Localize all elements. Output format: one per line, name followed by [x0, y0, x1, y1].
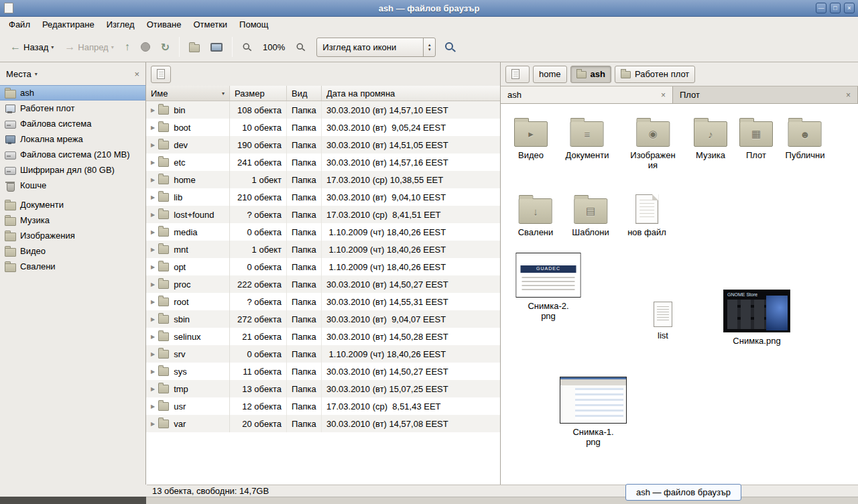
file-icon[interactable]: ▤: [574, 198, 607, 224]
file-icon[interactable]: GNOME Store: [723, 290, 790, 332]
expander-icon[interactable]: ▶: [151, 316, 155, 322]
table-row[interactable]: ▶ etc 241 обекта Папка 30.03.2010 (вт) 1…: [146, 153, 500, 171]
titlebar[interactable]: ash — файлов браузър — □ ×: [0, 0, 858, 17]
sidebar-item[interactable]: ash: [0, 85, 145, 101]
file-icon[interactable]: [654, 302, 672, 327]
menu-item[interactable]: Редактиране: [36, 17, 101, 32]
minimize-button[interactable]: —: [816, 3, 826, 13]
expander-icon[interactable]: ▶: [151, 107, 155, 113]
expander-icon[interactable]: ▶: [151, 421, 155, 427]
expander-icon[interactable]: ▶: [151, 142, 155, 148]
expander-icon[interactable]: ▶: [151, 194, 155, 200]
expander-icon[interactable]: ▶: [151, 264, 155, 270]
taskbar-window-button[interactable]: ash — файлов браузър: [625, 484, 741, 501]
table-row[interactable]: ▶ selinux 21 обекта Папка 30.03.2010 (вт…: [146, 328, 500, 345]
chevron-down-icon[interactable]: ▾: [51, 44, 54, 50]
table-row[interactable]: ▶ usr 12 обекта Папка 17.03.2010 (ср) 8,…: [146, 397, 500, 415]
file-item[interactable]: ≡ Документи: [566, 117, 609, 160]
sidebar-title[interactable]: Места: [6, 69, 32, 79]
file-item[interactable]: ↓ Свалени: [518, 194, 554, 237]
zoom-in-button[interactable]: [290, 36, 311, 58]
file-icon[interactable]: ↓: [519, 198, 552, 224]
maximize-button[interactable]: □: [830, 3, 841, 13]
table-row[interactable]: ▶ sys 11 обекта Папка 30.03.2010 (вт) 14…: [146, 363, 500, 380]
table-row[interactable]: ▶ media 0 обекта Папка 1.10.2009 (чт) 18…: [146, 223, 500, 241]
expander-icon[interactable]: ▶: [151, 125, 155, 131]
expander-icon[interactable]: ▶: [151, 369, 155, 375]
file-item[interactable]: GUADEC Снимка-2. png: [516, 253, 581, 321]
expander-icon[interactable]: ▶: [151, 386, 155, 392]
sidebar-item[interactable]: Свалени: [0, 259, 145, 274]
expander-icon[interactable]: ▶: [151, 177, 155, 183]
column-header-size[interactable]: Размер: [230, 86, 287, 101]
file-item[interactable]: ▦ Плот: [739, 117, 773, 160]
file-icon[interactable]: ▦: [739, 121, 773, 147]
file-item[interactable]: нов файл: [627, 194, 666, 237]
expander-icon[interactable]: ▶: [151, 281, 155, 288]
expander-icon[interactable]: ▶: [151, 351, 155, 357]
tab[interactable]: Плот ×: [673, 86, 858, 103]
file-icon[interactable]: ▸: [514, 121, 548, 147]
sidebar-item[interactable]: Файлова система: [0, 116, 145, 131]
sidebar-item[interactable]: Музика: [0, 212, 145, 228]
expander-icon[interactable]: ▶: [151, 160, 155, 166]
file-item[interactable]: ▤ Шаблони: [572, 194, 609, 237]
sidebar-item[interactable]: Работен плот: [0, 101, 145, 116]
file-icon[interactable]: ☻: [788, 121, 822, 147]
forward-button[interactable]: → Напред ▾: [59, 36, 119, 58]
table-row[interactable]: ▶ home 1 обект Папка 17.03.2010 (ср) 10,…: [146, 171, 500, 188]
pathbar-button[interactable]: Работен плот: [615, 66, 695, 83]
file-item[interactable]: list: [654, 302, 672, 340]
spinner-arrows-icon[interactable]: [423, 38, 435, 56]
pathbar-button[interactable]: home: [533, 66, 567, 83]
file-icon[interactable]: GUADEC: [516, 253, 581, 298]
file-icon[interactable]: ◉: [636, 121, 670, 147]
pathbar-button[interactable]: ash: [570, 66, 611, 83]
column-header-date[interactable]: Дата на промяна: [322, 86, 500, 101]
file-item[interactable]: ▸ Видео: [514, 117, 548, 160]
file-item[interactable]: ◉ Изображен ия: [630, 117, 675, 170]
table-row[interactable]: ▶ dev 190 обекта Папка 30.03.2010 (вт) 1…: [146, 136, 500, 153]
table-row[interactable]: ▶ opt 0 обекта Папка 1.10.2009 (чт) 18,4…: [146, 258, 500, 275]
computer-button[interactable]: [205, 36, 228, 58]
menu-item[interactable]: Отметки: [187, 17, 233, 32]
table-row[interactable]: ▶ sbin 272 обекта Папка 30.03.2010 (вт) …: [146, 310, 500, 328]
table-row[interactable]: ▶ bin 108 обекта Папка 30.03.2010 (вт) 1…: [146, 101, 500, 119]
file-item[interactable]: GNOME Store Снимка.png: [723, 290, 790, 346]
sidebar-item[interactable]: Кошче: [0, 178, 145, 193]
table-row[interactable]: ▶ tmp 13 обекта Папка 30.03.2010 (вт) 15…: [146, 380, 500, 397]
stop-button[interactable]: [135, 36, 156, 58]
zoom-out-button[interactable]: [237, 36, 257, 58]
pathbar-button[interactable]: [505, 66, 530, 83]
file-item[interactable]: Снимка-1. png: [560, 377, 627, 447]
menu-item[interactable]: Отиване: [141, 17, 188, 32]
file-icon[interactable]: ≡: [570, 121, 604, 147]
sidebar-item[interactable]: Изображения: [0, 228, 145, 243]
menu-item[interactable]: Изглед: [101, 17, 141, 32]
file-icon[interactable]: ♪: [694, 121, 727, 147]
home-button[interactable]: [184, 36, 205, 58]
menu-item[interactable]: Файл: [3, 17, 36, 32]
back-button[interactable]: ← Назад ▾: [5, 36, 59, 58]
tab-close-icon[interactable]: ×: [846, 90, 851, 100]
expander-icon[interactable]: ▶: [151, 247, 155, 253]
table-row[interactable]: ▶ var 20 обекта Папка 30.03.2010 (вт) 14…: [146, 415, 500, 432]
expander-icon[interactable]: ▶: [151, 334, 155, 340]
table-row[interactable]: ▶ srv 0 обекта Папка 1.10.2009 (чт) 18,4…: [146, 345, 500, 363]
column-header-name[interactable]: Име ▾: [146, 86, 230, 101]
chevron-down-icon[interactable]: ▾: [35, 71, 38, 77]
root-location-button[interactable]: [151, 66, 171, 83]
icon-view[interactable]: ▸ Видео ≡ Документи: [501, 104, 858, 485]
file-item[interactable]: ☻ Публични: [786, 117, 825, 160]
file-icon[interactable]: [560, 377, 627, 424]
sidebar-item[interactable]: Видео: [0, 243, 145, 259]
sidebar-close-icon[interactable]: ×: [134, 69, 139, 79]
sidebar-item[interactable]: Шифриран дял (80 GB): [0, 162, 145, 178]
file-icon[interactable]: [635, 194, 658, 224]
close-button[interactable]: ×: [844, 3, 855, 13]
sidebar-item[interactable]: Локална мрежа: [0, 131, 145, 147]
file-item[interactable]: ♪ Музика: [694, 117, 727, 160]
table-row[interactable]: ▶ proc 222 обекта Папка 30.03.2010 (вт) …: [146, 275, 500, 293]
table-row[interactable]: ▶ boot 10 обекта Папка 30.03.2010 (вт) 9…: [146, 119, 500, 136]
up-button[interactable]: ↑: [119, 36, 135, 58]
